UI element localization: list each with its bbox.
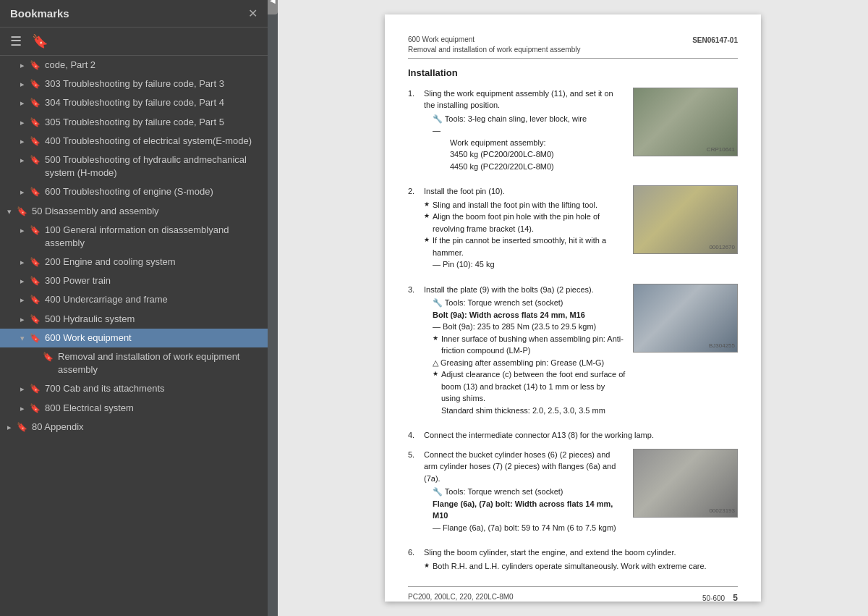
step-2-main: Install the foot pin (10). xyxy=(424,185,626,198)
step-2-text: 2. Install the foot pin (10). Sling and … xyxy=(408,185,626,277)
toggle-arrow-600-trouble[interactable] xyxy=(16,187,29,198)
step-3-content: Install the plate (9) with the bolts (9a… xyxy=(424,284,626,417)
sidebar-item-304[interactable]: 🔖304 Troubleshooting by failure code, Pa… xyxy=(0,93,268,112)
step-5-tools: 🔧 Tools: Torque wrench set (socket) xyxy=(424,486,626,498)
sidebar-item-200-engine[interactable]: 🔖200 Engine and cooling system xyxy=(0,253,268,271)
sidebar-item-code-part2[interactable]: 🔖code, Part 2 xyxy=(0,56,268,75)
step-4-num: 4. xyxy=(408,429,420,443)
sidebar-toolbar: ☰ 🔖 xyxy=(0,28,268,56)
footer-model: PC200, 200LC, 220, 220LC-8M0 xyxy=(408,591,514,604)
collapse-handle[interactable]: ◀ xyxy=(268,0,278,14)
sidebar-label-300-power: 300 Power train xyxy=(45,274,262,287)
sidebar-item-300-power[interactable]: 🔖300 Power train xyxy=(0,271,268,290)
sidebar-item-100-gen[interactable]: 🔖100 General information on disassemblya… xyxy=(0,221,268,253)
toggle-arrow-code-part2[interactable] xyxy=(16,60,29,71)
sidebar-item-500-trouble[interactable]: 🔖500 Troubleshooting of hydraulic andmec… xyxy=(0,151,268,182)
step-5: 5. Connect the bucket cylinder hoses (6)… xyxy=(408,449,626,534)
sidebar-item-50[interactable]: 🔖50 Disassembly and assembly xyxy=(0,202,268,221)
toggle-arrow-500-hydraulic[interactable] xyxy=(16,314,29,325)
step-3-sub2-4: Standard shim thickness: 2.0, 2.5, 3.0, … xyxy=(433,405,626,417)
doc-header-left: 600 Work equipment Removal and installat… xyxy=(408,35,580,55)
toggle-arrow-700-cab[interactable] xyxy=(16,384,29,395)
image-3-code: BJ304255 xyxy=(709,342,735,350)
page-container[interactable]: 600 Work equipment Removal and installat… xyxy=(278,0,868,616)
step-1-content: Sling the work equipment assembly (11), … xyxy=(424,88,626,173)
sidebar-item-500-hydraulic[interactable]: 🔖500 Hydraulic system xyxy=(0,310,268,329)
step-3-sub2-0: — Bolt (9a): 235 to 285 Nm (23.5 to 29.5… xyxy=(433,321,626,333)
wrench-sm-icon: — xyxy=(433,260,443,269)
sidebar-item-303[interactable]: 🔖303 Troubleshooting by failure code, Pa… xyxy=(0,75,268,93)
tools-icon: 🔧 xyxy=(433,114,445,123)
footer-section: 50-600 xyxy=(702,594,725,602)
toggle-arrow-304[interactable] xyxy=(16,98,29,109)
toggle-arrow-50[interactable] xyxy=(3,206,16,217)
bookmark-icon-600-work: 🔖 xyxy=(29,332,41,345)
sidebar-label-304: 304 Troubleshooting by failure code, Par… xyxy=(45,96,262,109)
toggle-arrow-800-elec[interactable] xyxy=(16,403,29,414)
step-2-block: 2. Install the foot pin (10). Sling and … xyxy=(408,185,738,277)
sidebar-item-800-elec[interactable]: 🔖800 Electrical system xyxy=(0,399,268,418)
sidebar-label-800-elec: 800 Electrical system xyxy=(45,402,262,415)
close-button[interactable]: ✕ xyxy=(248,8,258,20)
document-page: 600 Work equipment Removal and installat… xyxy=(385,14,761,602)
step-1-main: Sling the work equipment assembly (11), … xyxy=(424,88,626,111)
step-1-sub-0: Work equipment assembly: xyxy=(450,137,626,149)
sidebar-item-305[interactable]: 🔖305 Troubleshooting by failure code, Pa… xyxy=(0,113,268,132)
sidebar-item-80-append[interactable]: 🔖80 Appendix xyxy=(0,418,268,436)
sidebar-label-100-gen: 100 General information on disassemblyan… xyxy=(45,224,262,250)
image-4: 00023193 xyxy=(633,449,738,518)
toggle-arrow-303[interactable] xyxy=(16,79,29,90)
sidebar-label-500-trouble: 500 Troubleshooting of hydraulic andmech… xyxy=(45,153,262,180)
step-3-image: BJ304255 xyxy=(633,284,738,423)
step-2-bullet-1: Align the boom foot pin hole with the pi… xyxy=(424,211,626,235)
sidebar-item-removal[interactable]: 🔖Removal and installation of work equipm… xyxy=(0,347,268,379)
bookmark-icon-303: 🔖 xyxy=(29,78,41,90)
toolbar-btn-2[interactable]: 🔖 xyxy=(29,32,51,51)
step-6-num: 6. xyxy=(408,547,420,572)
bookmark-icon-400-trouble: 🔖 xyxy=(29,135,41,148)
sidebar-item-400-trouble[interactable]: 🔖400 Troubleshooting of electrical syste… xyxy=(0,132,268,151)
torque-icon: — xyxy=(433,523,443,532)
bookmark-icon-400-under: 🔖 xyxy=(29,294,41,306)
toolbar-btn-1[interactable]: ☰ xyxy=(7,32,25,51)
sidebar-label-600-trouble: 600 Troubleshooting of engine (S-mode) xyxy=(45,185,262,198)
sidebar-item-700-cab[interactable]: 🔖700 Cab and its attachments xyxy=(0,379,268,398)
sidebar-item-400-under[interactable]: 🔖400 Undercarriage and frame xyxy=(0,290,268,309)
toggle-arrow-100-gen[interactable] xyxy=(16,225,29,236)
step-3-sub2: — Bolt (9a): 235 to 285 Nm (23.5 to 29.5… xyxy=(424,321,626,416)
bookmark-icon-200-engine: 🔖 xyxy=(29,256,41,269)
footer-section-page: 50-600 5 xyxy=(702,591,738,604)
image-1-code: CRP10641 xyxy=(707,145,735,154)
document-panel: 600 Work equipment Removal and installat… xyxy=(278,0,868,616)
step-5-content: Connect the bucket cylinder hoses (6) (2… xyxy=(424,449,626,534)
sidebar-label-303: 303 Troubleshooting by failure code, Par… xyxy=(45,77,262,90)
step-6: 6. Sling the boom cylinder, start the en… xyxy=(408,547,738,572)
step-2-image: 00012670 xyxy=(633,185,738,277)
step-1-sub-1: 3450 kg (PC200/200LC-8M0) xyxy=(450,148,626,161)
step-2-bullet-2: If the pin cannot be inserted smoothly, … xyxy=(424,235,626,258)
step-1-tools-label: Tools: 3-leg chain sling, lever block, w… xyxy=(445,114,587,123)
step-5-text: 5. Connect the bucket cylinder hoses (6)… xyxy=(408,449,626,540)
bookmark-icon-300-power: 🔖 xyxy=(29,275,41,287)
collapse-icon: ◀ xyxy=(270,0,276,4)
toggle-arrow-400-under[interactable] xyxy=(16,295,29,305)
toggle-arrow-400-trouble[interactable] xyxy=(16,136,29,147)
breadcrumb-line2: Removal and installation of work equipme… xyxy=(408,45,580,55)
toggle-arrow-80-append[interactable] xyxy=(3,422,16,433)
step-1-tools: 🔧 Tools: 3-leg chain sling, lever block,… xyxy=(424,113,626,125)
step-3-sub2-2: △ Greasing after assembling pin: Grease … xyxy=(433,357,626,369)
sidebar-item-600-work[interactable]: 🔖600 Work equipment xyxy=(0,329,268,347)
bookmark-icon-code-part2: 🔖 xyxy=(29,59,41,72)
breadcrumb-line1: 600 Work equipment xyxy=(408,35,580,45)
toggle-arrow-600-work[interactable] xyxy=(16,333,29,344)
toggle-arrow-200-engine[interactable] xyxy=(16,257,29,268)
section-title: Installation xyxy=(408,66,738,80)
bookmark-icon-600-trouble: 🔖 xyxy=(29,186,41,198)
sidebar-item-600-trouble[interactable]: 🔖600 Troubleshooting of engine (S-mode) xyxy=(0,182,268,201)
step-3-text: 3. Install the plate (9) with the bolts … xyxy=(408,284,626,423)
toggle-arrow-305[interactable] xyxy=(16,117,29,128)
image-2: 00012670 xyxy=(633,185,738,254)
toggle-arrow-500-trouble[interactable] xyxy=(16,155,29,166)
toggle-arrow-300-power[interactable] xyxy=(16,276,29,287)
step-6-content: Sling the boom cylinder, start the engin… xyxy=(424,547,738,572)
